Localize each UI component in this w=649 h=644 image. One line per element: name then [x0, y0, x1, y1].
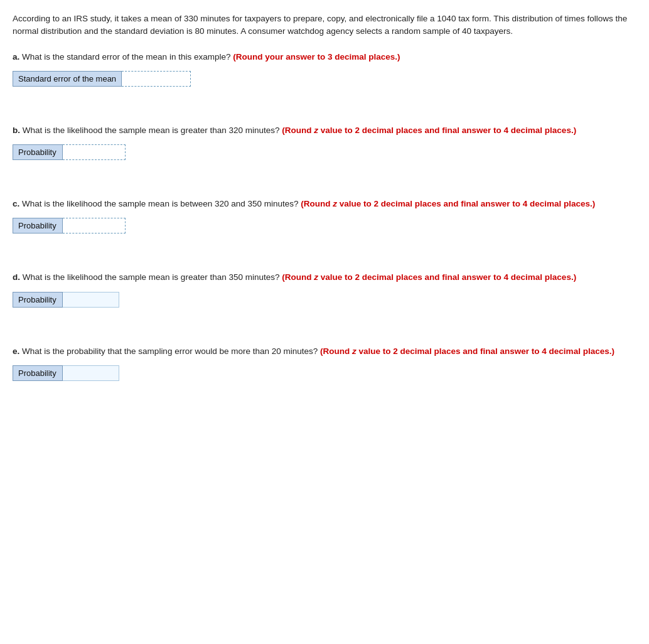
- question-b-input-row: Probability: [13, 144, 636, 160]
- question-d-block: d. What is the likelihood the sample mea…: [13, 271, 636, 307]
- question-d-instruction: (Round z value to 2 decimal places and f…: [282, 272, 576, 282]
- question-c-instruction: (Round z value to 2 decimal places and f…: [301, 199, 595, 208]
- question-a-label: a.: [13, 52, 19, 62]
- question-e-instruction: (Round z value to 2 decimal places and f…: [320, 346, 614, 356]
- question-b-instruction: (Round z value to 2 decimal places and f…: [282, 126, 576, 135]
- intro-paragraph: According to an IRS study, it takes a me…: [13, 13, 636, 38]
- question-a-text: a. What is the standard error of the mea…: [13, 51, 636, 63]
- question-e-input-row: Probability: [13, 365, 636, 381]
- question-e-text: e. What is the probability that the samp…: [13, 345, 636, 358]
- question-a-input[interactable]: [122, 71, 191, 87]
- question-c-label: c.: [13, 199, 19, 208]
- question-d-label: d.: [13, 272, 20, 282]
- question-c-input[interactable]: [63, 218, 126, 233]
- question-e-block: e. What is the probability that the samp…: [13, 345, 636, 381]
- question-c-input-row: Probability: [13, 218, 636, 233]
- question-c-block: c. What is the likelihood the sample mea…: [13, 198, 636, 233]
- question-b-block: b. What is the likelihood the sample mea…: [13, 124, 636, 160]
- question-d-input[interactable]: [63, 292, 119, 308]
- question-a-block: a. What is the standard error of the mea…: [13, 51, 636, 87]
- question-b-input-label: Probability: [13, 144, 63, 160]
- question-b-text: b. What is the likelihood the sample mea…: [13, 124, 636, 137]
- question-a-instruction: (Round your answer to 3 decimal places.): [233, 52, 400, 62]
- question-b-label: b.: [13, 126, 20, 135]
- question-a-input-label: Standard error of the mean: [13, 71, 122, 87]
- question-e-label: e.: [13, 346, 19, 356]
- question-e-input[interactable]: [63, 365, 119, 381]
- question-d-text: d. What is the likelihood the sample mea…: [13, 271, 636, 284]
- question-a-input-row: Standard error of the mean: [13, 71, 636, 87]
- question-d-input-row: Probability: [13, 292, 636, 308]
- question-c-input-label: Probability: [13, 218, 63, 233]
- question-d-input-label: Probability: [13, 292, 63, 308]
- question-c-text: c. What is the likelihood the sample mea…: [13, 198, 636, 210]
- question-b-input[interactable]: [63, 144, 126, 160]
- question-e-input-label: Probability: [13, 365, 63, 381]
